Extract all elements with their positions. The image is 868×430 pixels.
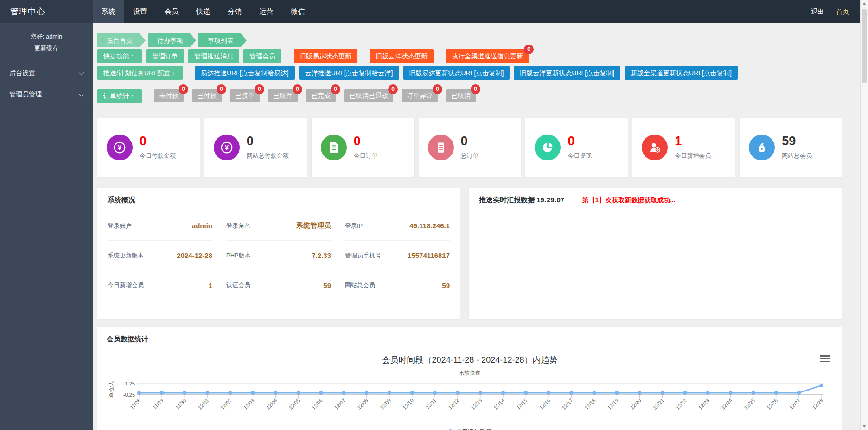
pie-chart-icon [535, 135, 561, 160]
yen-circle-icon: ¥ [107, 135, 133, 160]
overview-value: 49.118.246.1 [409, 222, 450, 230]
sidebar-item-admin-management[interactable]: 管理员管理 [0, 84, 93, 106]
chip-label: 已付款 [197, 92, 217, 99]
yunyang-push-url-button[interactable]: 云洋推送URL[点击复制给云洋] [299, 66, 399, 80]
topbar-right: 退出 首页 [805, 0, 855, 23]
nav-item-settings[interactable]: 设置 [124, 0, 156, 23]
nav-item-members[interactable]: 会员 [156, 0, 187, 23]
order-chip-paid[interactable]: 已付款 0 [192, 89, 222, 102]
panel-row: 系统概况 登录账户 admin 登录角色 系统管理员 登录IP 49.118.2… [97, 188, 842, 319]
count-badge: 0 [217, 84, 226, 94]
overview-label: 网站总会员 [345, 281, 375, 289]
stat-card-new-members: 1 今日新增会员 [632, 118, 735, 177]
nav-item-express[interactable]: 快递 [187, 0, 219, 23]
scroll-up-arrow-icon[interactable] [862, 2, 866, 5]
overview-today-new-members: 今日新增会员 1 [108, 270, 212, 300]
scrollbar-thumb[interactable] [862, 9, 867, 83]
order-chip-cancelled-refunded[interactable]: 已取消已退款 0 [344, 89, 393, 102]
svg-text:11/30: 11/30 [174, 398, 187, 410]
overview-value: 15574116817 [408, 251, 450, 259]
svg-text:¥: ¥ [761, 146, 764, 151]
count-badge: 0 [255, 84, 264, 94]
count-badge: 0 [293, 84, 302, 94]
stat-card-today-orders: 0 今日订单 [312, 118, 414, 177]
chart-menu-icon[interactable] [820, 355, 830, 364]
chip-label: 已完成 [311, 92, 331, 99]
order-chip-accepted[interactable]: 已接单 0 [230, 89, 260, 102]
svg-text:12/01: 12/01 [197, 398, 210, 411]
old-yunyang-status-url-button[interactable]: 旧版云洋更新状态URL[点击复制] [514, 66, 620, 80]
overview-login-role: 登录角色 系统管理员 [226, 211, 331, 241]
order-chip-completed[interactable]: 已完成 0 [306, 89, 336, 102]
new-all-channel-status-url-button[interactable]: 新版全渠道更新状态URL[点击复制] [625, 66, 738, 80]
order-chip-cancelled[interactable]: 已取消 0 [446, 89, 476, 102]
manage-orders-button[interactable]: 管理订单 [146, 49, 184, 63]
system-overview-grid: 登录账户 admin 登录角色 系统管理员 登录IP 49.118.246.1 … [108, 211, 450, 300]
svg-text:12/16: 12/16 [538, 398, 551, 411]
overview-value: 1 [209, 282, 212, 289]
panel-title: 会员数据统计 [107, 327, 833, 350]
svg-text:12/20: 12/20 [629, 398, 642, 411]
order-chip-unpaid[interactable]: 未付款 0 [154, 89, 184, 102]
quick-actions-row: 快捷功能： 管理订单 管理推送消息 管理会员 旧版易达状态更新 旧版云洋状态更新… [97, 49, 842, 63]
refresh-cache-link[interactable]: 更新缓存 [0, 42, 93, 54]
sidebar-item-backend-settings[interactable]: 后台设置 [0, 63, 93, 84]
yida-push-url-button[interactable]: 易达推送URL[点击复制给易达] [195, 66, 295, 80]
svg-text:12/27: 12/27 [788, 398, 801, 411]
svg-text:12/07: 12/07 [333, 398, 346, 411]
push-url-row: 推送/计划任务URL配置： 易达推送URL[点击复制给易达] 云洋推送URL[点… [97, 66, 842, 80]
breadcrumb-list[interactable]: 事项列表 [198, 33, 247, 47]
order-chip-abnormal[interactable]: 订单异常 0 [402, 89, 438, 102]
stat-card-value: 0 [354, 135, 378, 148]
order-chip-picked[interactable]: 已取件 0 [268, 89, 298, 102]
page-scrollbar[interactable] [860, 0, 868, 430]
count-badge: 0 [388, 84, 398, 94]
svg-text:12/26: 12/26 [766, 398, 779, 411]
chip-label: 订单异常 [407, 92, 433, 99]
manage-members-button[interactable]: 管理会员 [243, 49, 281, 63]
breadcrumb-todo[interactable]: 待办事项 [148, 33, 196, 47]
old-yunyang-status-update-button[interactable]: 旧版云洋状态更新 [370, 49, 434, 63]
home-link[interactable]: 首页 [830, 0, 855, 23]
svg-text:¥: ¥ [225, 144, 229, 151]
svg-text:12/12: 12/12 [447, 398, 460, 411]
push-url-config-label: 推送/计划任务URL配置： [97, 66, 183, 80]
stat-card-value: 0 [461, 135, 479, 148]
quick-actions-label: 快捷功能： [97, 49, 142, 63]
svg-text:11/29: 11/29 [152, 398, 164, 410]
chip-label: 已取件 [273, 92, 293, 99]
overview-value: 59 [323, 282, 331, 289]
nav-item-operation[interactable]: 运营 [250, 0, 282, 23]
svg-text:12/18: 12/18 [584, 398, 597, 411]
old-yida-status-url-button[interactable]: 旧版易达更新状态URL[点击复制] [403, 66, 510, 80]
logout-link[interactable]: 退出 [805, 0, 830, 23]
scroll-down-arrow-icon[interactable] [862, 425, 866, 428]
legend-label: 当日添加数量 [456, 428, 492, 430]
chip-label: 已接单 [235, 92, 255, 99]
stat-card-value: 0 [140, 135, 176, 148]
breadcrumb-home[interactable]: 后台首页 [97, 33, 146, 47]
old-yida-status-update-button[interactable]: 旧版易达状态更新 [294, 49, 357, 63]
system-overview-panel: 系统概况 登录账户 admin 登录角色 系统管理员 登录IP 49.118.2… [97, 188, 460, 319]
svg-text:12/09: 12/09 [379, 398, 392, 411]
overview-label: 今日新增会员 [108, 281, 144, 289]
svg-text:12/22: 12/22 [675, 398, 688, 411]
count-badge: 0 [471, 84, 480, 94]
chip-label: 未付款 [159, 92, 179, 99]
nav-item-distribution[interactable]: 分销 [219, 0, 250, 23]
manage-push-messages-button[interactable]: 管理推送消息 [188, 49, 239, 63]
overview-value: 59 [442, 282, 450, 289]
count-badge: 0 [524, 45, 534, 54]
svg-text:12/11: 12/11 [425, 398, 437, 410]
chart-legend[interactable]: 当日添加数量 [107, 428, 833, 430]
nav-item-system[interactable]: 系统 [93, 0, 124, 23]
all-channel-push-update-button[interactable]: 执行全渠道推送信息更新 0 [446, 49, 529, 63]
overview-login-account: 登录账户 admin [108, 211, 212, 241]
svg-text:12/23: 12/23 [697, 398, 710, 411]
svg-text:12/13: 12/13 [470, 398, 483, 411]
stat-card-total-payment: ¥ 0 网站总付款金额 [204, 118, 307, 177]
nav-item-wechat[interactable]: 微信 [282, 0, 313, 23]
order-stats-label: 订单统计： [97, 89, 142, 103]
overview-system-version: 系统更新版本 2024-12-28 [108, 241, 212, 270]
panel-title: 系统概况 [108, 188, 450, 211]
